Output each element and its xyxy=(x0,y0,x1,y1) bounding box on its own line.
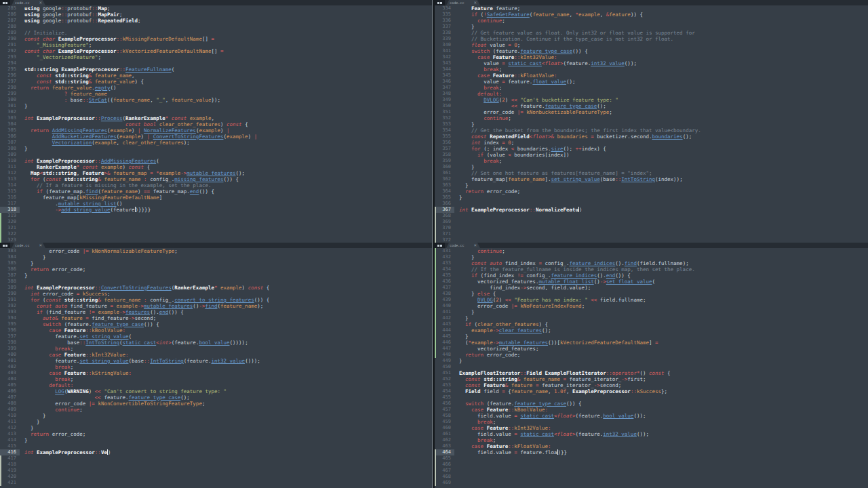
code-line[interactable]: 411 } xyxy=(0,419,432,425)
code-line[interactable]: 395 switch (feature.feature_type_case())… xyxy=(0,321,432,327)
code-line[interactable]: 394 auto& feature = find_feature->second… xyxy=(0,315,432,321)
code-line[interactable]: 412 } xyxy=(0,425,432,431)
code-line[interactable]: 410 } xyxy=(0,413,432,419)
code-line[interactable]: 306 AddBucketizedFeatures(example) | Con… xyxy=(0,134,432,140)
code-line[interactable]: 339 // Bucketization. Continue if the ty… xyxy=(435,36,868,42)
code-line[interactable]: 408 error_code |= kNonConvertibleToStrin… xyxy=(0,401,432,407)
code-line[interactable]: 341 switch (feature.feature_type_case())… xyxy=(435,48,868,54)
code-line[interactable]: 463 case Feature::kFloatValue: xyxy=(435,443,868,449)
code-line[interactable]: 399 break; xyxy=(0,346,432,352)
tab-close-icon[interactable]: × xyxy=(39,0,42,5)
code-line[interactable]: 300 : base::StrCat({feature_name, "_", f… xyxy=(0,97,432,103)
code-line[interactable]: 403 case Feature::kStringValue: xyxy=(0,370,432,376)
code-area[interactable]: 431 continue;432 }433 const auto find_in… xyxy=(435,248,868,488)
code-line[interactable]: 309 xyxy=(0,152,432,158)
code-line[interactable]: 340 float value = 0; xyxy=(435,42,868,48)
code-line[interactable]: 323 xyxy=(0,237,432,243)
tab-close-icon[interactable]: × xyxy=(474,0,477,5)
tab-close-icon[interactable]: × xyxy=(474,243,477,248)
code-line[interactable]: 387} xyxy=(0,272,432,279)
file-tab[interactable]: code.cc × xyxy=(12,243,45,248)
code-line[interactable]: 308} xyxy=(0,146,432,152)
code-line[interactable]: 297 const std::string& feature_value) { xyxy=(0,79,432,85)
code-line[interactable]: 353 } xyxy=(435,121,868,127)
code-line[interactable]: 357 for (; index < boundaries.size(); ++… xyxy=(435,146,868,152)
code-line[interactable]: 400 case Feature::kInt32Value: xyxy=(0,352,432,358)
code-line[interactable]: 413 return error_code; xyxy=(0,431,432,437)
code-line[interactable]: 404 break; xyxy=(0,376,432,382)
code-line[interactable]: 454 Field field = {feature_name, 1.0f, E… xyxy=(435,388,868,394)
code-line[interactable]: 343 value = static_cast<float>(feature.i… xyxy=(435,60,868,66)
code-line[interactable]: 444 example->clear_features(); xyxy=(435,327,868,333)
code-line[interactable]: 445 } xyxy=(435,333,868,340)
code-line[interactable]: 446 (*example->mutable_features())[kVect… xyxy=(435,340,868,346)
code-line[interactable]: 321 xyxy=(0,225,432,231)
code-line[interactable]: 352 continue; xyxy=(435,115,868,121)
code-line[interactable]: 293 "_VectorizedFeature"; xyxy=(0,54,432,60)
code-line[interactable]: 406 LOG(WARNING) << "Can't convert to st… xyxy=(0,388,432,394)
code-line[interactable]: 291 "_MissingFeature"; xyxy=(0,42,432,48)
code-line[interactable]: 318 ->add_string_value(feature)}}}} xyxy=(0,207,432,213)
code-line[interactable]: 307 Vectorization(example, clear_other_f… xyxy=(0,140,432,146)
code-line[interactable]: 299 ? feature_name xyxy=(0,91,432,97)
code-line[interactable]: 461 field.value = static_cast<float>(fea… xyxy=(435,431,868,437)
code-line[interactable]: 466 xyxy=(435,462,868,468)
code-line[interactable]: 392 const auto find_feature = example->m… xyxy=(0,303,432,309)
code-line[interactable]: 467 xyxy=(435,468,868,474)
code-line[interactable]: 383 error_code |= kNonNormalizableFeatur… xyxy=(0,248,432,254)
code-line[interactable]: 396 case Feature::kBoolValue: xyxy=(0,327,432,333)
code-line[interactable]: 316 feature_map[kMissingFeatureDefaultNa… xyxy=(0,195,432,201)
code-line[interactable]: 431 continue; xyxy=(435,248,868,254)
code-line[interactable]: 372 xyxy=(435,237,868,243)
code-line[interactable]: 393 if (find_feature != example->feature… xyxy=(0,309,432,315)
code-line[interactable]: 350 << feature.feature_type_case(); xyxy=(435,103,868,109)
pane-grid-icon[interactable] xyxy=(0,243,10,248)
code-line[interactable]: 319 xyxy=(0,213,432,219)
code-line[interactable]: 351 error_code |= kNonbucketizableFeatur… xyxy=(435,109,868,115)
code-line[interactable]: 417 xyxy=(0,455,432,462)
code-line[interactable]: 415 xyxy=(0,443,432,449)
code-line[interactable]: 304 const bool clear_other_features) con… xyxy=(0,121,432,127)
code-line[interactable]: 402 break; xyxy=(0,364,432,370)
code-line[interactable]: 317 .mutable_string_list() xyxy=(0,201,432,207)
code-line[interactable]: 361 // Set one hot feature as features[f… xyxy=(435,170,868,176)
code-line[interactable]: 451ExampleFloatIterator::Field ExampleFl… xyxy=(435,370,868,376)
file-tab[interactable]: code.cc × xyxy=(446,0,480,5)
code-line[interactable]: 301} xyxy=(0,103,432,109)
code-line[interactable]: 436 vectorized_features.mutable_float_li… xyxy=(435,279,868,285)
code-line[interactable]: 452 const std::string& feature_name = fe… xyxy=(435,376,868,382)
code-line[interactable]: 358 if (value < boundaries[index]) xyxy=(435,152,868,158)
code-line[interactable]: 345 case Feature::kFloatValue: xyxy=(435,73,868,79)
code-line[interactable]: 366 xyxy=(435,201,868,207)
code-line[interactable]: 434 // If the feature_fullname is inside… xyxy=(435,266,868,272)
code-line[interactable]: 303int ExamplePreprocessor::Process(Rank… xyxy=(0,115,432,121)
code-line[interactable]: 420 xyxy=(0,474,432,480)
code-line[interactable]: 362 feature_map[feature_name].set_string… xyxy=(435,176,868,182)
code-line[interactable]: 453 const Feature& feature = feature_ite… xyxy=(435,382,868,388)
code-line[interactable]: 389int ExamplePreprocessor::ConvertToStr… xyxy=(0,285,432,291)
code-line[interactable]: 438 } else { xyxy=(435,291,868,297)
code-line[interactable]: 336 continue; xyxy=(435,18,868,24)
code-line[interactable]: 322 xyxy=(0,231,432,237)
code-line[interactable]: 442 } xyxy=(435,315,868,321)
code-line[interactable]: 450 xyxy=(435,364,868,370)
code-line[interactable]: 342 case Feature::kInt32Value: xyxy=(435,54,868,60)
code-line[interactable]: 407 << feature.feature_type_case(); xyxy=(0,394,432,401)
code-line[interactable]: 368 xyxy=(435,213,868,219)
code-line[interactable]: 459 break; xyxy=(435,419,868,425)
tab-close-icon[interactable]: × xyxy=(39,243,42,248)
code-line[interactable]: 337 } xyxy=(435,24,868,30)
code-area[interactable]: 285using google::protobuf::Map;286using … xyxy=(0,5,432,243)
code-line[interactable]: 465 xyxy=(435,455,868,462)
code-line[interactable]: 419 xyxy=(0,468,432,474)
code-line[interactable]: 294 xyxy=(0,60,432,66)
code-line[interactable]: 286using google::protobuf::MapPair; xyxy=(0,12,432,18)
code-line[interactable]: 398 base::IntToString(static_cast<int>(f… xyxy=(0,340,432,346)
code-line[interactable]: 312 Map<std::string, Feature>& feature_m… xyxy=(0,170,432,176)
file-tab[interactable]: code.cc × xyxy=(446,243,480,248)
code-line[interactable]: 298 return feature_value.empty() xyxy=(0,85,432,91)
code-line[interactable]: 416int ExamplePreprocessor::Ve) xyxy=(0,449,432,455)
code-line[interactable]: 346 value = feature.float_value(); xyxy=(435,79,868,85)
code-line[interactable]: 421 xyxy=(0,480,432,486)
code-line[interactable]: 390 int error_code = kSuccess; xyxy=(0,291,432,297)
